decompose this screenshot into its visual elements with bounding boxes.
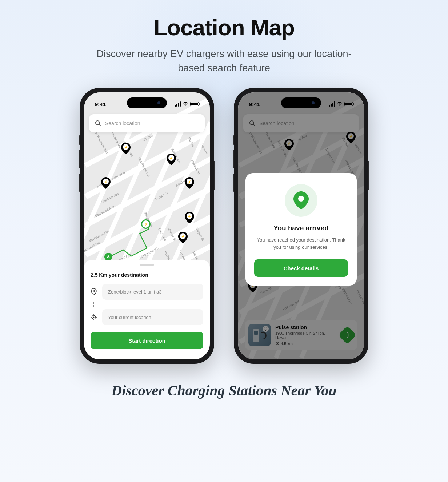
battery-icon: [190, 102, 199, 106]
svg-text:⚡: ⚡: [104, 180, 108, 184]
route-destination-marker[interactable]: ⚡: [141, 219, 151, 229]
notch: [127, 97, 167, 108]
arrived-modal: You have arrived You have reached your d…: [245, 173, 357, 286]
notch: [281, 97, 321, 108]
svg-point-34: [298, 196, 304, 202]
phone-mockup-arrived: 9:41 Van Wagenen Av: [234, 88, 368, 364]
destination-pin-icon: [91, 288, 97, 295]
arrived-location-icon: [285, 184, 317, 217]
charger-pin-icon[interactable]: ⚡: [178, 232, 188, 243]
charger-pin-icon[interactable]: ⚡: [185, 212, 194, 223]
road-label: Van Wagenen Ave: [93, 129, 109, 154]
current-location-icon: [91, 314, 97, 320]
signal-icon: [175, 101, 181, 107]
search-icon: [95, 120, 101, 127]
search-bar[interactable]: [89, 114, 205, 132]
search-input[interactable]: [105, 120, 199, 126]
page-subtitle: Discover nearby EV chargers with ease us…: [88, 47, 360, 75]
charger-pin-icon[interactable]: ⚡: [185, 177, 194, 189]
svg-text:⚡: ⚡: [124, 146, 128, 149]
road-label: Vroom St: [155, 191, 169, 201]
charger-pin-icon[interactable]: ⚡: [121, 143, 131, 154]
road-label: Wayne St: [195, 227, 205, 242]
page-title: Location Map: [88, 15, 360, 40]
directions-sheet[interactable]: 2.5 Km your destination Zone/block level…: [84, 260, 210, 359]
svg-point-12: [96, 121, 100, 125]
distance-label: 2.5 Km your destination: [91, 272, 203, 278]
svg-text:⚡: ⚡: [188, 215, 191, 218]
modal-description: You have reached your destination. Thank…: [254, 236, 348, 251]
sheet-handle[interactable]: [140, 264, 154, 266]
charger-pin-icon[interactable]: ⚡: [101, 177, 111, 189]
svg-text:⚡: ⚡: [169, 156, 173, 160]
check-details-button[interactable]: Check details: [254, 259, 348, 277]
road-label: Enos Pl: [200, 143, 208, 155]
wifi-icon: [183, 102, 188, 106]
svg-text:⚡: ⚡: [188, 180, 191, 184]
svg-point-16: [93, 317, 95, 318]
phone-mockup-directions: 9:41 Van W: [80, 88, 214, 364]
start-direction-button[interactable]: Start direction: [91, 332, 203, 349]
svg-point-14: [93, 290, 95, 292]
status-time: 9:41: [95, 101, 106, 107]
destination-input[interactable]: Zone/block level 1 unit a3: [102, 284, 203, 300]
footer-tagline: Discover Charging Stations Near You: [111, 382, 336, 399]
origin-input[interactable]: Your current location: [102, 309, 203, 325]
modal-title: You have arrived: [254, 224, 348, 232]
svg-line-13: [99, 124, 101, 126]
route-connector: [93, 302, 94, 307]
svg-text:⚡: ⚡: [181, 235, 185, 238]
charger-pin-icon[interactable]: ⚡: [167, 154, 176, 165]
